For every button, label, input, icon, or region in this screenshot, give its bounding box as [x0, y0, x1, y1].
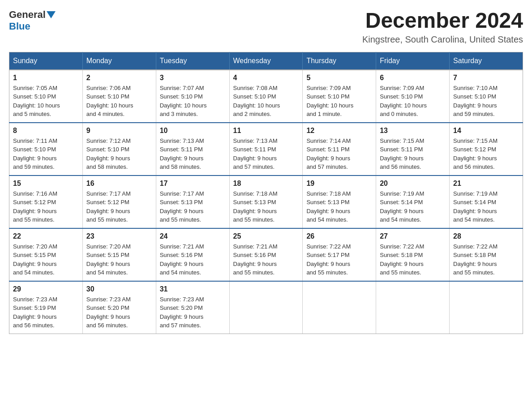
- calendar-body: 1Sunrise: 7:05 AM Sunset: 5:10 PM Daylig…: [9, 70, 523, 334]
- day-info: Sunrise: 7:12 AM Sunset: 5:10 PM Dayligh…: [86, 137, 152, 171]
- day-number: 24: [160, 232, 226, 240]
- calendar-cell: 25Sunrise: 7:21 AM Sunset: 5:16 PM Dayli…: [229, 228, 303, 281]
- calendar-week-3: 15Sunrise: 7:16 AM Sunset: 5:12 PM Dayli…: [9, 176, 523, 228]
- day-info: Sunrise: 7:23 AM Sunset: 5:20 PM Dayligh…: [160, 295, 226, 330]
- calendar-cell: 26Sunrise: 7:22 AM Sunset: 5:17 PM Dayli…: [303, 228, 376, 281]
- day-number: 12: [306, 127, 372, 135]
- calendar-cell: [376, 281, 450, 334]
- day-info: Sunrise: 7:20 AM Sunset: 5:15 PM Dayligh…: [86, 242, 152, 277]
- day-number: 6: [380, 74, 446, 82]
- day-number: 30: [86, 285, 152, 293]
- day-number: 29: [13, 285, 79, 293]
- calendar-cell: 31Sunrise: 7:23 AM Sunset: 5:20 PM Dayli…: [156, 281, 229, 334]
- day-info: Sunrise: 7:14 AM Sunset: 5:11 PM Dayligh…: [306, 137, 372, 171]
- calendar-week-5: 29Sunrise: 7:23 AM Sunset: 5:19 PM Dayli…: [9, 281, 523, 334]
- day-number: 20: [380, 180, 446, 188]
- day-info: Sunrise: 7:16 AM Sunset: 5:12 PM Dayligh…: [13, 189, 79, 224]
- calendar-week-2: 8Sunrise: 7:11 AM Sunset: 5:10 PM Daylig…: [9, 123, 523, 176]
- day-number: 4: [233, 74, 299, 82]
- day-number: 1: [13, 74, 79, 82]
- calendar-cell: 12Sunrise: 7:14 AM Sunset: 5:11 PM Dayli…: [303, 123, 376, 176]
- day-info: Sunrise: 7:22 AM Sunset: 5:18 PM Dayligh…: [380, 242, 446, 277]
- calendar-cell: 23Sunrise: 7:20 AM Sunset: 5:15 PM Dayli…: [82, 228, 156, 281]
- day-number: 8: [13, 127, 79, 135]
- calendar-cell: 10Sunrise: 7:13 AM Sunset: 5:11 PM Dayli…: [156, 123, 229, 176]
- weekday-header-monday: Monday: [82, 52, 156, 70]
- weekday-header-row: SundayMondayTuesdayWednesdayThursdayFrid…: [9, 52, 523, 70]
- day-info: Sunrise: 7:09 AM Sunset: 5:10 PM Dayligh…: [306, 84, 372, 119]
- day-number: 15: [13, 180, 79, 188]
- day-number: 3: [160, 74, 226, 82]
- calendar-cell: 17Sunrise: 7:17 AM Sunset: 5:13 PM Dayli…: [156, 176, 229, 228]
- day-number: 11: [233, 127, 299, 135]
- calendar-cell: 8Sunrise: 7:11 AM Sunset: 5:10 PM Daylig…: [9, 123, 83, 176]
- day-info: Sunrise: 7:08 AM Sunset: 5:10 PM Dayligh…: [233, 84, 299, 119]
- day-number: 22: [13, 232, 79, 240]
- calendar-cell: 30Sunrise: 7:23 AM Sunset: 5:20 PM Dayli…: [82, 281, 156, 334]
- day-info: Sunrise: 7:20 AM Sunset: 5:15 PM Dayligh…: [13, 242, 79, 277]
- weekday-header-sunday: Sunday: [9, 52, 83, 70]
- day-info: Sunrise: 7:23 AM Sunset: 5:19 PM Dayligh…: [13, 295, 79, 330]
- day-info: Sunrise: 7:15 AM Sunset: 5:11 PM Dayligh…: [380, 137, 446, 171]
- day-info: Sunrise: 7:05 AM Sunset: 5:10 PM Dayligh…: [13, 84, 79, 119]
- day-number: 14: [453, 127, 519, 135]
- day-info: Sunrise: 7:19 AM Sunset: 5:14 PM Dayligh…: [380, 189, 446, 224]
- calendar-cell: 16Sunrise: 7:17 AM Sunset: 5:12 PM Dayli…: [82, 176, 156, 228]
- day-info: Sunrise: 7:13 AM Sunset: 5:11 PM Dayligh…: [160, 137, 226, 171]
- weekday-header-tuesday: Tuesday: [156, 52, 229, 70]
- day-info: Sunrise: 7:17 AM Sunset: 5:12 PM Dayligh…: [86, 189, 152, 224]
- calendar-week-1: 1Sunrise: 7:05 AM Sunset: 5:10 PM Daylig…: [9, 70, 523, 123]
- day-number: 21: [453, 180, 519, 188]
- calendar-cell: 6Sunrise: 7:09 AM Sunset: 5:10 PM Daylig…: [376, 70, 450, 123]
- day-number: 28: [453, 232, 519, 240]
- day-info: Sunrise: 7:11 AM Sunset: 5:10 PM Dayligh…: [13, 137, 79, 171]
- day-number: 7: [453, 74, 519, 82]
- day-number: 17: [160, 180, 226, 188]
- logo-general-text: General: [9, 9, 46, 21]
- day-info: Sunrise: 7:21 AM Sunset: 5:16 PM Dayligh…: [160, 242, 226, 277]
- location-subtitle: Kingstree, South Carolina, United States: [362, 34, 523, 45]
- day-number: 23: [86, 232, 152, 240]
- day-number: 16: [86, 180, 152, 188]
- calendar-cell: 9Sunrise: 7:12 AM Sunset: 5:10 PM Daylig…: [82, 123, 156, 176]
- day-info: Sunrise: 7:22 AM Sunset: 5:17 PM Dayligh…: [306, 242, 372, 277]
- logo: General Blue: [9, 9, 56, 32]
- calendar-cell: [450, 281, 523, 334]
- calendar-cell: [303, 281, 376, 334]
- day-info: Sunrise: 7:19 AM Sunset: 5:14 PM Dayligh…: [453, 189, 519, 224]
- page-header: General Blue December 2024 Kingstree, So…: [9, 9, 523, 45]
- calendar-cell: 1Sunrise: 7:05 AM Sunset: 5:10 PM Daylig…: [9, 70, 83, 123]
- calendar-cell: 28Sunrise: 7:22 AM Sunset: 5:18 PM Dayli…: [450, 228, 523, 281]
- day-info: Sunrise: 7:07 AM Sunset: 5:10 PM Dayligh…: [160, 84, 226, 119]
- day-info: Sunrise: 7:06 AM Sunset: 5:10 PM Dayligh…: [86, 84, 152, 119]
- calendar-cell: 29Sunrise: 7:23 AM Sunset: 5:19 PM Dayli…: [9, 281, 83, 334]
- weekday-header-friday: Friday: [376, 52, 450, 70]
- calendar-cell: 2Sunrise: 7:06 AM Sunset: 5:10 PM Daylig…: [82, 70, 156, 123]
- day-number: 10: [160, 127, 226, 135]
- calendar-cell: 13Sunrise: 7:15 AM Sunset: 5:11 PM Dayli…: [376, 123, 450, 176]
- weekday-header-wednesday: Wednesday: [229, 52, 303, 70]
- day-number: 9: [86, 127, 152, 135]
- day-number: 18: [233, 180, 299, 188]
- calendar-cell: 11Sunrise: 7:13 AM Sunset: 5:11 PM Dayli…: [229, 123, 303, 176]
- day-info: Sunrise: 7:22 AM Sunset: 5:18 PM Dayligh…: [453, 242, 519, 277]
- day-info: Sunrise: 7:21 AM Sunset: 5:16 PM Dayligh…: [233, 242, 299, 277]
- logo-triangle-icon: [47, 11, 56, 18]
- day-info: Sunrise: 7:10 AM Sunset: 5:10 PM Dayligh…: [453, 84, 519, 119]
- weekday-header-saturday: Saturday: [450, 52, 523, 70]
- weekday-header-thursday: Thursday: [303, 52, 376, 70]
- calendar-cell: 21Sunrise: 7:19 AM Sunset: 5:14 PM Dayli…: [450, 176, 523, 228]
- calendar-cell: 15Sunrise: 7:16 AM Sunset: 5:12 PM Dayli…: [9, 176, 83, 228]
- calendar-cell: 14Sunrise: 7:15 AM Sunset: 5:12 PM Dayli…: [450, 123, 523, 176]
- calendar-cell: 5Sunrise: 7:09 AM Sunset: 5:10 PM Daylig…: [303, 70, 376, 123]
- calendar-cell: 19Sunrise: 7:18 AM Sunset: 5:13 PM Dayli…: [303, 176, 376, 228]
- calendar-week-4: 22Sunrise: 7:20 AM Sunset: 5:15 PM Dayli…: [9, 228, 523, 281]
- calendar-cell: 7Sunrise: 7:10 AM Sunset: 5:10 PM Daylig…: [450, 70, 523, 123]
- day-number: 31: [160, 285, 226, 293]
- day-number: 26: [306, 232, 372, 240]
- day-info: Sunrise: 7:13 AM Sunset: 5:11 PM Dayligh…: [233, 137, 299, 171]
- day-number: 2: [86, 74, 152, 82]
- title-section: December 2024 Kingstree, South Carolina,…: [362, 9, 523, 45]
- day-info: Sunrise: 7:18 AM Sunset: 5:13 PM Dayligh…: [233, 189, 299, 224]
- day-info: Sunrise: 7:15 AM Sunset: 5:12 PM Dayligh…: [453, 137, 519, 171]
